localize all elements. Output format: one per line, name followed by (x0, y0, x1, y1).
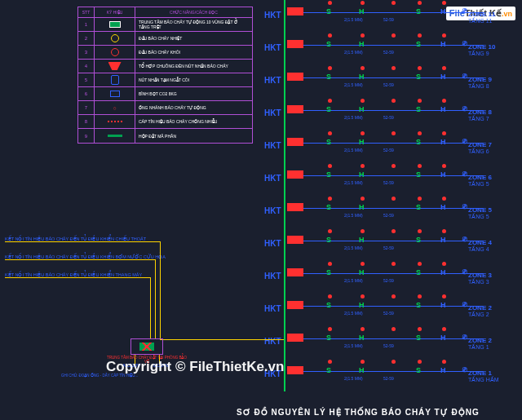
copyright-watermark: Copyright © FileThietKe.vn (106, 359, 284, 375)
floor-device-row: SH2(1.5 MM)52-59SH⎚ (287, 159, 507, 192)
detector-icon (442, 327, 446, 331)
hkt-label: HKT (264, 76, 281, 85)
detector-h: H (440, 7, 446, 15)
detector-h: H (359, 203, 365, 211)
branch-line (287, 273, 483, 274)
floor-device-row: SH2(1.5 MM)52-59SH⎚ (287, 355, 507, 387)
cable-spec: 2(1.5 MM) (344, 376, 363, 381)
detector-icon (328, 131, 332, 135)
branch-line (287, 77, 483, 78)
cable-spec: 2(1.5 MM) (344, 213, 363, 218)
count-spec: 52-59 (383, 17, 394, 22)
branch-line (287, 371, 483, 372)
detector-h: H (359, 236, 365, 244)
detector-icon (392, 131, 396, 135)
detector-icon (361, 327, 365, 331)
detector-icon (328, 262, 332, 266)
count-spec: 52-59 (383, 278, 394, 283)
cable-spec: 2(1.5 MM) (344, 115, 363, 120)
legend-row: 4TỔ HỢP CHUÔNG ĐÈN NÚT NHẤN BÁO CHÁY (78, 60, 252, 73)
branch-line (287, 241, 483, 241)
alarm-box-icon (287, 301, 303, 309)
detector-h: H (440, 366, 446, 374)
detector-icon (392, 197, 396, 201)
count-spec: 52-59 (383, 245, 394, 250)
detector-s: S (326, 268, 331, 276)
detector-icon (442, 131, 446, 135)
cable-spec: 2(1.5 MM) (344, 245, 363, 250)
cable-spec: 2(1.5 MM) (344, 50, 363, 55)
alarm-box-icon (287, 138, 303, 146)
nozzle-icon (110, 91, 120, 97)
detector-icon (328, 1, 332, 5)
detector-s: S (416, 301, 421, 309)
detector-s: S (416, 236, 421, 244)
count-spec: 52-59 (383, 82, 394, 87)
count-spec: 52-59 (383, 148, 394, 153)
detector-s: S (416, 105, 421, 113)
detector-icon (361, 131, 365, 135)
detector-icon (418, 360, 422, 364)
detector-icon (328, 229, 332, 233)
detector-icon (418, 327, 422, 331)
detector-icon (361, 33, 365, 38)
floor-device-row: SH2(1.5 MM)52-59SH⎚ (287, 126, 507, 159)
detector-icon (418, 294, 422, 298)
legend-col-symbol: KÝ HIỆU (95, 7, 135, 17)
diagram-canvas: FileThiết Kế.vn STT KÝ HIỆU CHỨC NĂNG/CÁ… (0, 0, 522, 420)
panel-inner-icon (139, 343, 154, 351)
hkt-label: HKT (264, 108, 281, 117)
alarm-box-icon (287, 73, 303, 81)
detector-h: H (359, 105, 365, 113)
vertical-wire (160, 241, 161, 339)
legend-row: 5NÚT NHẤN TẠM NGẮT CÒI (78, 73, 252, 87)
floor-device-row: SH2(1.5 MM)52-59SH⎚ (287, 29, 507, 61)
count-spec: 52-59 (383, 50, 394, 55)
detector-h: H (359, 366, 365, 374)
cylinder-icon: ⎚ (462, 267, 467, 276)
branch-line (287, 12, 483, 13)
count-spec: 52-59 (383, 115, 394, 120)
detector-h: H (359, 7, 365, 15)
alarm-box-icon (287, 366, 303, 374)
detector-h: H (440, 268, 446, 276)
detector-icon (361, 66, 365, 70)
detector-icon (328, 327, 332, 331)
detector-s: S (416, 268, 421, 276)
branch-line (287, 110, 483, 111)
detector-h: H (440, 301, 446, 309)
hkt-label: HKT (264, 43, 281, 52)
detector-icon (361, 262, 365, 266)
detector-h: H (359, 170, 365, 179)
connector-wire (5, 277, 150, 278)
count-spec: 52-59 (383, 311, 394, 316)
legend-row: 2ĐẦU BÁO CHÁY NHIỆT (78, 32, 252, 46)
detector-s: S (326, 366, 331, 374)
connector-wire (5, 241, 160, 242)
detector-icon (328, 294, 332, 298)
cylinder-icon: ⎚ (462, 202, 467, 210)
detector-icon (361, 294, 365, 298)
detector-s: S (416, 203, 421, 211)
alarm-box-icon (287, 7, 303, 15)
hkt-label: HKT (264, 272, 281, 281)
detector-h: H (359, 40, 365, 48)
detector-icon (361, 197, 365, 201)
legend-col-desc: CHỨC NĂNG/CÁCH ĐỌC (135, 7, 252, 17)
detector-icon (442, 197, 446, 201)
alarm-box-icon (287, 236, 303, 244)
detector-icon (392, 164, 396, 168)
detector-icon (418, 99, 422, 103)
detector-icon (418, 229, 422, 233)
pipe-icon (108, 135, 122, 137)
detector-icon (442, 360, 446, 364)
branch-line (287, 45, 483, 46)
detector-icon (392, 327, 396, 331)
detector-icon (392, 66, 396, 70)
detector-icon (418, 1, 422, 5)
count-spec: 52-59 (383, 213, 394, 218)
detector-icon (392, 294, 396, 298)
branch-line (287, 175, 483, 176)
detector-icon (442, 294, 446, 298)
hkt-label: HKT (264, 206, 281, 215)
